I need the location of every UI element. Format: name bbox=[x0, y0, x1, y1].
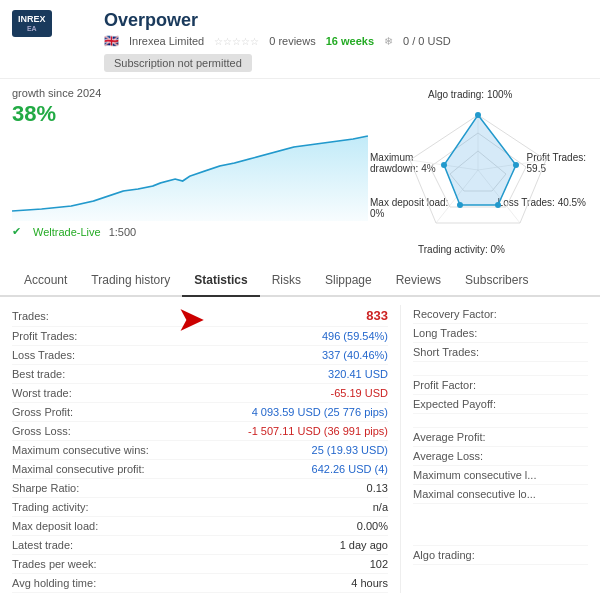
stat-label-latest-trade: Latest trade: bbox=[12, 539, 73, 551]
left-chart: growth since 2024 38% ✔ Weltrade-Live 1:… bbox=[12, 87, 368, 257]
tab-risks[interactable]: Risks bbox=[260, 265, 313, 297]
stat-label-avg-loss: Average Loss: bbox=[413, 450, 483, 462]
stat-row-recovery: Recovery Factor: bbox=[413, 305, 588, 324]
stat-row-max-consec-l: Maximum consecutive l... bbox=[413, 466, 588, 485]
stat-row-max-deposit-load: Max deposit load: 0.00% bbox=[12, 517, 388, 536]
stat-row-worst-trade: Worst trade: -65.19 USD bbox=[12, 384, 388, 403]
subscription-button[interactable]: Subscription not permitted bbox=[104, 54, 252, 72]
tab-slippage[interactable]: Slippage bbox=[313, 265, 384, 297]
stat-value-best-trade: 320.41 USD bbox=[328, 368, 388, 380]
stat-value-avg-holding: 4 hours bbox=[351, 577, 388, 589]
stats-left-panel: Trades: 833 ➤ Profit Trades: 496 (59.54%… bbox=[0, 305, 400, 593]
stats-right-panel: Recovery Factor: Long Trades: Short Trad… bbox=[400, 305, 600, 593]
stat-row-empty2 bbox=[413, 414, 588, 428]
svg-point-11 bbox=[495, 202, 501, 208]
stat-value-gross-loss: -1 507.11 USD (36 991 pips) bbox=[248, 425, 388, 437]
svg-point-12 bbox=[457, 202, 463, 208]
stat-value-loss-trades: 337 (40.46%) bbox=[322, 349, 388, 361]
stat-label-gross-loss: Gross Loss: bbox=[12, 425, 71, 437]
growth-pct: 38% bbox=[12, 101, 368, 127]
stat-row-trading-activity: Trading activity: n/a bbox=[12, 498, 388, 517]
star-rating: ☆☆☆☆☆ bbox=[214, 36, 259, 47]
stat-label-trades: Trades: bbox=[12, 310, 49, 322]
stat-value-latest-trade: 1 day ago bbox=[340, 539, 388, 551]
stat-row-sharpe: Sharpe Ratio: 0.13 bbox=[12, 479, 388, 498]
flag-icon: 🇬🇧 bbox=[104, 34, 119, 48]
tab-reviews[interactable]: Reviews bbox=[384, 265, 453, 297]
usd-value: 0 / 0 USD bbox=[403, 35, 451, 47]
usd-info: ❄ bbox=[384, 35, 393, 48]
stat-label-max-consec-profit: Maximal consecutive profit: bbox=[12, 463, 145, 475]
broker-row: ✔ Weltrade-Live 1:500 bbox=[12, 225, 368, 238]
stat-row-avg-profit: Average Profit: bbox=[413, 428, 588, 447]
svg-point-10 bbox=[513, 162, 519, 168]
stat-row-short-trades: Short Trades: bbox=[413, 343, 588, 362]
stat-row-profit-factor: Profit Factor: bbox=[413, 376, 588, 395]
stat-value-trades-per-week: 102 bbox=[370, 558, 388, 570]
radar-chart: Algo trading: 100% Profit Trades:59.5 Lo… bbox=[368, 87, 588, 257]
stat-row-gross-loss: Gross Loss: -1 507.11 USD (36 991 pips) bbox=[12, 422, 388, 441]
weeks-badge: 16 weeks bbox=[326, 35, 374, 47]
svg-point-13 bbox=[441, 162, 447, 168]
stat-row-empty3 bbox=[413, 504, 588, 546]
stats-content: Trades: 833 ➤ Profit Trades: 496 (59.54%… bbox=[0, 297, 600, 600]
stat-label-avg-profit: Average Profit: bbox=[413, 431, 486, 443]
stat-row-gross-profit: Gross Profit: 4 093.59 USD (25 776 pips) bbox=[12, 403, 388, 422]
svg-point-9 bbox=[475, 112, 481, 118]
vendor-name: Inrexea Limited bbox=[129, 35, 204, 47]
stat-label-gross-profit: Gross Profit: bbox=[12, 406, 73, 418]
check-icon: ✔ bbox=[12, 225, 21, 238]
stat-label-avg-holding: Avg holding time: bbox=[12, 577, 96, 589]
tab-subscribers[interactable]: Subscribers bbox=[453, 265, 540, 297]
middle-section: growth since 2024 38% ✔ Weltrade-Live 1:… bbox=[0, 79, 600, 265]
header-info: Overpower 🇬🇧 Inrexea Limited ☆☆☆☆☆ 0 rev… bbox=[104, 10, 588, 72]
stat-label-long-trades: Long Trades: bbox=[413, 327, 477, 339]
stat-row-avg-loss: Average Loss: bbox=[413, 447, 588, 466]
stat-row-avg-holding: Avg holding time: 4 hours bbox=[12, 574, 388, 593]
logo-text-ea: EA bbox=[18, 25, 46, 33]
stat-value-trades: 833 bbox=[366, 308, 388, 323]
stat-value-gross-profit: 4 093.59 USD (25 776 pips) bbox=[252, 406, 388, 418]
stat-label-max-consec-wins: Maximum consecutive wins: bbox=[12, 444, 149, 456]
stat-value-worst-trade: -65.19 USD bbox=[331, 387, 388, 399]
tab-trading-history[interactable]: Trading history bbox=[79, 265, 182, 297]
stat-row-trades-per-week: Trades per week: 102 bbox=[12, 555, 388, 574]
stat-row-algo-trading: Algo trading: bbox=[413, 546, 588, 565]
red-arrow-indicator: ➤ bbox=[178, 305, 203, 335]
stat-label-worst-trade: Worst trade: bbox=[12, 387, 72, 399]
stat-row-expected-payoff: Expected Payoff: bbox=[413, 395, 588, 414]
stat-row-max-consec-profit: Maximal consecutive profit: 642.26 USD (… bbox=[12, 460, 388, 479]
logo-area: INREX EA bbox=[12, 10, 92, 37]
stat-row-latest-trade: Latest trade: 1 day ago bbox=[12, 536, 388, 555]
logo-box: INREX EA bbox=[12, 10, 52, 37]
stat-value-trading-activity: n/a bbox=[373, 501, 388, 513]
stat-label-trading-activity: Trading activity: bbox=[12, 501, 89, 513]
tab-account[interactable]: Account bbox=[12, 265, 79, 297]
stat-label-trades-per-week: Trades per week: bbox=[12, 558, 97, 570]
stat-label-max-consec-l: Maximum consecutive l... bbox=[413, 469, 536, 481]
stat-row-loss-trades: Loss Trades: 337 (40.46%) bbox=[12, 346, 388, 365]
stat-row-max-consec-wins: Maximum consecutive wins: 25 (19.93 USD) bbox=[12, 441, 388, 460]
stat-row-maximal-consec-lo: Maximal consecutive lo... bbox=[413, 485, 588, 504]
stat-label-loss-trades: Loss Trades: bbox=[12, 349, 75, 361]
stat-label-profit-factor: Profit Factor: bbox=[413, 379, 476, 391]
line-chart-svg bbox=[12, 131, 368, 221]
stat-value-sharpe: 0.13 bbox=[367, 482, 388, 494]
stat-value-max-deposit-load: 0.00% bbox=[357, 520, 388, 532]
growth-label: growth since 2024 bbox=[12, 87, 368, 99]
stat-label-best-trade: Best trade: bbox=[12, 368, 65, 380]
stat-row-empty1 bbox=[413, 362, 588, 376]
stat-label-expected-payoff: Expected Payoff: bbox=[413, 398, 496, 410]
tab-statistics[interactable]: Statistics bbox=[182, 265, 259, 297]
stat-label-short-trades: Short Trades: bbox=[413, 346, 479, 358]
radar-svg bbox=[398, 105, 558, 235]
stat-row-long-trades: Long Trades: bbox=[413, 324, 588, 343]
logo-text-inrex: INREX bbox=[18, 14, 46, 25]
chart-area bbox=[12, 131, 368, 221]
stat-label-algo-trading: Algo trading: bbox=[413, 549, 475, 561]
reviews-count: 0 reviews bbox=[269, 35, 315, 47]
stat-row-best-trade: Best trade: 320.41 USD bbox=[12, 365, 388, 384]
product-title: Overpower bbox=[104, 10, 588, 31]
header: INREX EA Overpower 🇬🇧 Inrexea Limited ☆☆… bbox=[0, 0, 600, 79]
broker-name: Weltrade-Live bbox=[33, 226, 101, 238]
